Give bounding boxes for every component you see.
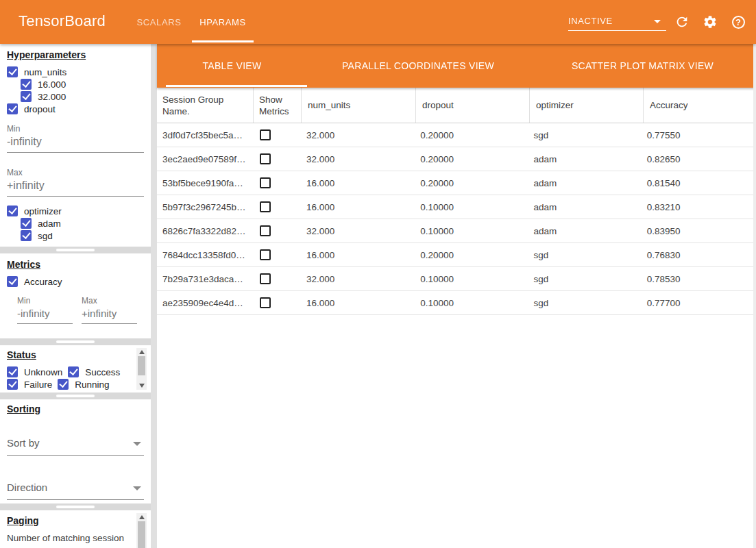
- checkbox-running[interactable]: [58, 379, 69, 390]
- gear-icon[interactable]: [702, 14, 718, 30]
- hparam-num-units: num_units: [7, 66, 151, 78]
- cell-dropout: 0.10000: [414, 202, 527, 212]
- help-icon[interactable]: ?: [730, 14, 746, 30]
- table-row: 6826c7fa3322d82… 32.000 0.10000 adam 0.8…: [157, 219, 753, 243]
- header-accuracy: Accuracy: [643, 88, 756, 123]
- view-tabs: TABLE VIEW PARALLEL COORDINATES VIEW SCA…: [157, 44, 756, 88]
- cell-dropout: 0.10000: [414, 298, 527, 308]
- dropout-min-field: Min -infinity: [7, 124, 144, 153]
- checkbox-32[interactable]: [21, 91, 32, 102]
- panel-resize-handle[interactable]: [0, 247, 151, 253]
- chevron-down-icon: [654, 20, 661, 23]
- status-failure: Failure: [7, 378, 52, 390]
- paging-scrollbar[interactable]: [136, 513, 147, 548]
- main-scrollbar[interactable]: [753, 44, 756, 548]
- scroll-down-icon[interactable]: [139, 384, 145, 388]
- checkbox-dropout[interactable]: [7, 103, 18, 114]
- cell-session-group-name: 53bf5bece9190fa…: [157, 178, 252, 188]
- tab-hparams[interactable]: HPARAMS: [192, 0, 254, 44]
- accuracy-max-field: Max +infinity: [82, 296, 137, 324]
- cell-accuracy: 0.77550: [641, 130, 753, 140]
- checkbox-adam[interactable]: [21, 218, 32, 229]
- cell-dropout: 0.20000: [414, 154, 527, 164]
- refresh-icon[interactable]: [674, 14, 690, 30]
- hparam-sgd: sgd: [21, 229, 151, 242]
- direction-select[interactable]: Direction: [7, 482, 144, 500]
- checkbox-unknown[interactable]: [7, 366, 18, 377]
- help-glyph: ?: [732, 16, 745, 29]
- metric-accuracy: Accuracy: [7, 275, 151, 288]
- show-metrics-checkbox[interactable]: [260, 249, 271, 260]
- table-body: 3df0d7cf35bec5a… 32.000 0.20000 sgd 0.77…: [157, 123, 756, 315]
- checkbox-num-units[interactable]: [7, 66, 18, 77]
- hyperparameters-heading: Hyperparameters: [7, 49, 151, 60]
- panel-resize-handle[interactable]: [0, 338, 151, 345]
- matching-session-groups-count: Number of matching session groups: 8: [7, 532, 132, 548]
- accuracy-min-input[interactable]: -infinity: [17, 306, 73, 324]
- scrollbar-thumb[interactable]: [138, 521, 145, 548]
- checkbox-failure[interactable]: [7, 379, 18, 390]
- metrics-heading: Metrics: [7, 259, 151, 270]
- scrollbar-thumb[interactable]: [138, 356, 145, 375]
- hparam-dropout: dropout: [7, 103, 151, 115]
- show-metrics-checkbox[interactable]: [260, 129, 271, 140]
- cell-num-units: 32.000: [300, 130, 414, 140]
- table-row: 3ec2aed9e07589f… 32.000 0.20000 adam 0.8…: [157, 147, 753, 171]
- header-num-units: num_units: [301, 88, 415, 123]
- checkbox-16[interactable]: [21, 79, 32, 90]
- status-mode-select[interactable]: INACTIVE: [568, 12, 666, 31]
- cell-optimizer: adam: [528, 226, 641, 236]
- cell-accuracy: 0.77700: [641, 298, 753, 308]
- tab-parallel-coordinates-view[interactable]: PARALLEL COORDINATES VIEW: [307, 44, 529, 88]
- dropout-min-input[interactable]: -infinity: [7, 134, 144, 153]
- cell-optimizer: adam: [528, 178, 641, 188]
- cell-accuracy: 0.83210: [641, 202, 753, 212]
- table-row: 7684dcc13358fd0… 16.000 0.20000 sgd 0.76…: [157, 243, 753, 267]
- panel-hyperparameters: Hyperparameters num_units 16.000 32.000 …: [0, 44, 151, 247]
- dropout-max-input[interactable]: +infinity: [7, 177, 144, 197]
- cell-accuracy: 0.78530: [641, 274, 753, 284]
- scroll-up-icon[interactable]: [139, 350, 145, 354]
- chevron-down-icon: [133, 486, 141, 490]
- cell-optimizer: adam: [528, 154, 641, 164]
- show-metrics-checkbox[interactable]: [260, 225, 271, 236]
- show-metrics-checkbox[interactable]: [260, 177, 271, 188]
- status-options: Unknown Success Failure Running: [7, 366, 151, 390]
- table-header: Session Group Name. Show Metrics num_uni…: [157, 88, 756, 123]
- sort-by-select[interactable]: Sort by: [7, 437, 144, 456]
- status-heading: Status: [7, 349, 151, 360]
- sorting-heading: Sorting: [7, 403, 151, 414]
- tab-scalars[interactable]: SCALARS: [122, 0, 196, 44]
- scroll-up-icon[interactable]: [139, 515, 145, 519]
- tab-table-view[interactable]: TABLE VIEW: [157, 44, 307, 88]
- panel-resize-handle[interactable]: [0, 503, 151, 510]
- checkbox-sgd[interactable]: [21, 230, 32, 241]
- accuracy-max-input[interactable]: +infinity: [82, 306, 137, 324]
- tab-scatter-plot-matrix-view[interactable]: SCATTER PLOT MATRIX VIEW: [529, 44, 756, 88]
- table-row: ae235909ec4e4d… 16.000 0.10000 sgd 0.777…: [157, 291, 753, 315]
- header-show-metrics: Show Metrics: [253, 88, 301, 123]
- cell-optimizer: adam: [528, 202, 641, 212]
- show-metrics-checkbox[interactable]: [260, 201, 271, 212]
- cell-session-group-name: 7684dcc13358fd0…: [157, 250, 252, 260]
- cell-session-group-name: 3df0d7cf35bec5a…: [157, 130, 252, 140]
- checkbox-success[interactable]: [68, 366, 79, 377]
- status-scrollbar[interactable]: [136, 348, 147, 390]
- header-optimizer: optimizer: [529, 88, 643, 123]
- show-metrics-checkbox[interactable]: [260, 153, 271, 164]
- cell-dropout: 0.10000: [414, 274, 527, 284]
- panel-resize-handle[interactable]: [0, 393, 151, 399]
- cell-num-units: 32.000: [300, 154, 414, 164]
- show-metrics-checkbox[interactable]: [260, 273, 271, 284]
- checkbox-optimizer[interactable]: [7, 206, 18, 216]
- cell-session-group-name: 3ec2aed9e07589f…: [157, 154, 252, 164]
- cell-session-group-name: 6826c7fa3322d82…: [157, 226, 252, 236]
- cell-dropout: 0.20000: [414, 130, 527, 140]
- show-metrics-checkbox[interactable]: [260, 297, 271, 308]
- cell-optimizer: sgd: [528, 250, 641, 260]
- main-content: TABLE VIEW PARALLEL COORDINATES VIEW SCA…: [157, 44, 756, 548]
- panel-sorting: Sorting Sort by Direction: [0, 399, 151, 503]
- checkbox-accuracy[interactable]: [7, 276, 18, 287]
- cell-num-units: 32.000: [300, 274, 414, 284]
- cell-session-group-name: 5b97f3c2967245b…: [157, 202, 252, 212]
